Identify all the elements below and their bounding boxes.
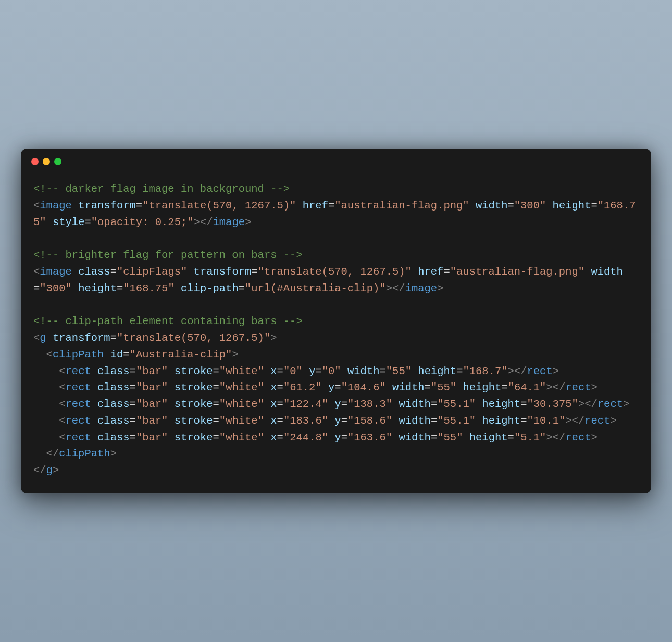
rect4-x: "183.6"	[283, 415, 328, 427]
tag-image-2: image	[40, 266, 72, 278]
attr-id: id	[110, 349, 123, 361]
tag-rect-1: rect	[66, 365, 91, 377]
tag-image: image	[40, 200, 72, 212]
tag-clippath: clipPath	[53, 349, 104, 361]
maximize-icon[interactable]	[54, 158, 61, 165]
rect5-y: "163.6"	[347, 431, 392, 443]
rect2-w: "55"	[431, 381, 456, 393]
val-clippath: "url(#Australia-clip)"	[245, 282, 386, 294]
rect1-y: "0"	[322, 365, 341, 377]
tag-close: ></	[194, 216, 213, 228]
tag-g-close: g	[46, 464, 53, 476]
tag-rect-3: rect	[66, 398, 91, 410]
val-transform: "translate(570, 1267.5)"	[142, 200, 296, 212]
tag-rect-2: rect	[66, 381, 91, 393]
comment-3: <!-- clip-path element containing bars -…	[33, 315, 303, 327]
tag-image-close: image	[213, 216, 245, 228]
val-href: "australian-flag.png"	[334, 200, 469, 212]
attr-href: href	[303, 200, 328, 212]
tag-g: g	[40, 332, 46, 344]
window-titlebar	[21, 149, 651, 170]
rect3-y: "138.3"	[347, 398, 392, 410]
rect4-y: "158.6"	[347, 415, 392, 427]
rect1-w: "55"	[386, 365, 412, 377]
rect3-x: "122.4"	[283, 398, 328, 410]
close-icon[interactable]	[31, 158, 39, 165]
comment-2: <!-- brighter flag for pattern on bars -…	[33, 249, 303, 261]
rect5-x: "244.8"	[283, 431, 328, 443]
tag-rect-5: rect	[66, 431, 91, 443]
code-content[interactable]: <!-- darker flag image in background -->…	[21, 170, 651, 493]
rect5-w: "55"	[437, 431, 463, 443]
rect2-h: "64.1"	[508, 381, 546, 393]
tag-open: <	[33, 200, 40, 212]
val-width: "300"	[514, 200, 546, 212]
rect4-h: "10.1"	[527, 415, 565, 427]
minimize-icon[interactable]	[43, 158, 50, 165]
rect4-w: "55.1"	[437, 415, 476, 427]
attr-height: height	[553, 200, 591, 212]
attr-transform: transform	[78, 200, 136, 212]
tag-clippath-close: clipPath	[59, 448, 110, 460]
rect2-x: "61.2"	[283, 381, 322, 393]
attr-style: style	[53, 216, 85, 228]
attr-class: class	[78, 266, 110, 278]
rect1-x: "0"	[283, 365, 303, 377]
val-class: "clipFlags"	[117, 266, 187, 278]
rect3-h: "30.375"	[527, 398, 578, 410]
attr-clippath: clip-path	[181, 282, 239, 294]
val-style: "opacity: 0.25;"	[91, 216, 194, 228]
rect5-h: "5.1"	[514, 431, 546, 443]
attr-width: width	[476, 200, 508, 212]
code-window: <!-- darker flag image in background -->…	[21, 149, 651, 493]
rect3-w: "55.1"	[437, 398, 476, 410]
rect2-y: "104.6"	[341, 381, 386, 393]
comment-1: <!-- darker flag image in background -->	[33, 183, 290, 195]
tag-rect-4: rect	[66, 415, 91, 427]
val-id: "Australia-clip"	[130, 349, 232, 361]
rect1-h: "168.7"	[463, 365, 507, 377]
